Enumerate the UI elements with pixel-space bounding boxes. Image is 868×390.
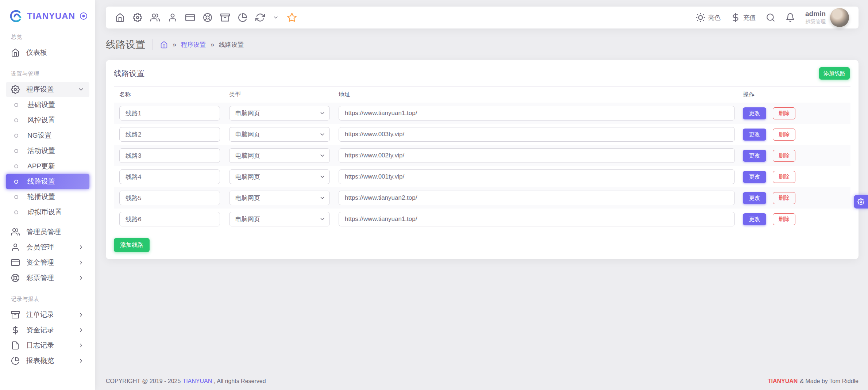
user-meta: admin 超级管理	[805, 10, 826, 25]
sidebar-section-records: 记录与报表	[11, 296, 95, 303]
recharge-link[interactable]: 充值	[731, 13, 756, 22]
edit-button[interactable]: 更改	[743, 171, 766, 183]
home-icon	[11, 48, 20, 57]
sidebar-item-report-overview[interactable]: 报表概览	[6, 353, 89, 368]
line-type-select[interactable]: 电脑网页	[229, 127, 330, 142]
sidebar-item-funds-management[interactable]: 资金管理	[6, 255, 89, 270]
sidebar-item-label: 仪表板	[26, 48, 84, 57]
theme-toggle[interactable]: 亮色	[696, 13, 721, 22]
circle-icon	[14, 103, 18, 107]
edit-button[interactable]: 更改	[743, 150, 766, 162]
add-line-button-bottom[interactable]: 添加线路	[114, 238, 150, 252]
edit-button[interactable]: 更改	[743, 192, 766, 204]
pie-chart-icon[interactable]	[238, 13, 247, 22]
top-navbar: 亮色 充值 admin 超级管理	[106, 7, 859, 28]
edit-button[interactable]: 更改	[743, 213, 766, 225]
archive-icon[interactable]	[220, 13, 230, 22]
line-address-input[interactable]	[339, 169, 735, 184]
line-address-input[interactable]	[339, 191, 735, 205]
archive-icon	[11, 310, 20, 319]
home-icon[interactable]	[115, 13, 125, 22]
user-role: 超级管理	[805, 19, 826, 25]
line-type-select[interactable]: 电脑网页	[229, 212, 330, 226]
star-favorite-icon[interactable]	[287, 12, 297, 23]
home-icon[interactable]	[160, 41, 168, 49]
line-type-select[interactable]: 电脑网页	[229, 106, 330, 121]
subitem-label: 风控设置	[27, 115, 55, 125]
life-buoy-icon[interactable]	[203, 13, 212, 22]
sidebar-subitem-carousel-settings[interactable]: 轮播设置	[6, 189, 89, 204]
chevron-right-icon	[78, 275, 84, 281]
sidebar-item-label: 日志记录	[26, 341, 78, 350]
delete-button[interactable]: 删除	[773, 107, 795, 119]
line-type-select[interactable]: 电脑网页	[229, 191, 330, 205]
sidebar-item-bet-records[interactable]: 注单记录	[6, 307, 89, 322]
line-address-input[interactable]	[339, 106, 735, 121]
user-icon[interactable]	[168, 13, 177, 22]
refresh-icon[interactable]	[255, 13, 265, 22]
sidebar-item-log-records[interactable]: 日志记录	[6, 338, 89, 353]
sidebar-subitem-activity-settings[interactable]: 活动设置	[6, 143, 89, 158]
line-name-input[interactable]	[119, 106, 220, 121]
sidebar-item-member-management[interactable]: 会员管理	[6, 240, 89, 255]
users-icon[interactable]	[150, 13, 160, 22]
theme-label: 亮色	[708, 14, 721, 22]
line-name-input[interactable]	[119, 191, 220, 205]
delete-button[interactable]: 删除	[773, 129, 795, 141]
column-header-name: 名称	[119, 91, 220, 99]
sidebar-subitem-risk-settings[interactable]: 风控设置	[6, 112, 89, 128]
edit-button[interactable]: 更改	[743, 129, 766, 141]
gear-icon[interactable]	[133, 13, 142, 22]
sidebar-item-program-settings[interactable]: 程序设置	[6, 82, 89, 97]
credit-card-icon[interactable]	[185, 13, 195, 22]
line-address-input[interactable]	[339, 212, 735, 226]
column-header-actions: 操作	[743, 91, 755, 99]
line-name-input[interactable]	[119, 127, 220, 142]
search-icon[interactable]	[766, 13, 775, 22]
line-settings-card: 线路设置 添加线路 名称 类型 地址 操作 电脑网页 更改 删除	[106, 60, 859, 259]
circle-icon	[14, 210, 18, 214]
sidebar-item-label: 资金管理	[26, 258, 78, 267]
line-type-select[interactable]: 电脑网页	[229, 169, 330, 184]
avatar[interactable]	[830, 8, 849, 27]
delete-button[interactable]: 删除	[773, 213, 795, 225]
footer-brand-link[interactable]: TIANYUAN	[182, 378, 212, 384]
sidebar-subitem-basic-settings[interactable]: 基础设置	[6, 97, 89, 112]
card-title: 线路设置	[114, 68, 144, 79]
sidebar: TIANYUAN 总览 仪表板 设置与管理 程序设置 基础设置 风控设置 NG设…	[0, 0, 95, 390]
delete-button[interactable]: 删除	[773, 192, 795, 204]
user-icon	[11, 243, 20, 252]
delete-button[interactable]: 删除	[773, 171, 795, 183]
sidebar-subitem-app-update[interactable]: APP更新	[6, 158, 89, 174]
line-name-input[interactable]	[119, 212, 220, 226]
sidebar-item-lottery-management[interactable]: 彩票管理	[6, 270, 89, 286]
file-icon	[11, 341, 20, 350]
edit-button[interactable]: 更改	[743, 107, 766, 119]
user-menu[interactable]: admin 超级管理	[805, 8, 849, 27]
breadcrumb-divider	[153, 39, 153, 50]
delete-button[interactable]: 删除	[773, 150, 795, 162]
circle-icon	[14, 180, 18, 184]
topbar-right: 亮色 充值 admin 超级管理	[696, 8, 849, 27]
line-name-input[interactable]	[119, 148, 220, 163]
line-name-input[interactable]	[119, 169, 220, 184]
chevron-right-icon	[78, 342, 84, 349]
sidebar-subitem-crypto-settings[interactable]: 虚拟币设置	[6, 204, 89, 220]
line-address-input[interactable]	[339, 127, 735, 142]
add-line-button-top[interactable]: 添加线路	[819, 67, 850, 80]
bell-icon[interactable]	[786, 13, 795, 22]
sidebar-item-admin-management[interactable]: 管理员管理	[6, 224, 89, 240]
breadcrumb-parent-link[interactable]: 程序设置	[181, 41, 206, 49]
circle-icon	[14, 149, 18, 153]
chevron-down-icon[interactable]	[273, 15, 279, 20]
quick-links	[115, 12, 297, 23]
sidebar-subitem-ng-settings[interactable]: NG设置	[6, 128, 89, 143]
sidebar-subitem-line-settings-active[interactable]: 线路设置	[6, 174, 89, 189]
line-type-select[interactable]: 电脑网页	[229, 148, 330, 163]
sidebar-item-fund-records[interactable]: 资金记录	[6, 322, 89, 338]
breadcrumb-separator: »	[173, 41, 176, 49]
customizer-toggle-button[interactable]	[854, 195, 868, 209]
sidebar-item-dashboard[interactable]: 仪表板	[6, 45, 89, 60]
line-address-input[interactable]	[339, 148, 735, 163]
sidebar-collapse-toggle-icon[interactable]	[79, 12, 88, 20]
